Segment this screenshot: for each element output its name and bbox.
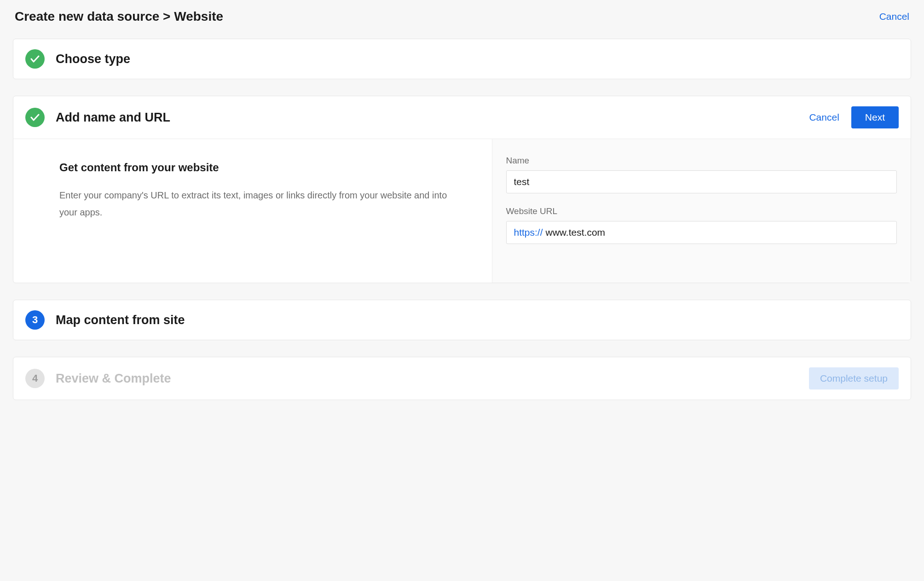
name-input[interactable] bbox=[506, 170, 897, 193]
url-label: Website URL bbox=[506, 206, 897, 216]
page-header: Create new data source > Website Cancel bbox=[13, 9, 911, 24]
step-title: Choose type bbox=[56, 52, 899, 66]
step-number-badge: 4 bbox=[25, 369, 45, 388]
name-label: Name bbox=[506, 156, 897, 166]
step-title: Map content from site bbox=[56, 313, 899, 327]
step-add-name-url: Add name and URL Cancel Next Get content… bbox=[13, 96, 911, 283]
step-number-badge: 3 bbox=[25, 310, 45, 330]
step-cancel-button[interactable]: Cancel bbox=[809, 112, 839, 123]
step-header: 4 Review & Complete Complete setup bbox=[13, 357, 911, 400]
url-input-wrapper[interactable]: https:// bbox=[506, 221, 897, 244]
step-title: Review & Complete bbox=[56, 372, 798, 386]
step-choose-type: Choose type bbox=[13, 39, 911, 79]
checkmark-icon bbox=[25, 49, 45, 69]
breadcrumb: Create new data source > Website bbox=[15, 9, 223, 24]
form-group-url: Website URL https:// bbox=[506, 206, 897, 244]
step-actions: Complete setup bbox=[809, 367, 899, 389]
step-header[interactable]: Choose type bbox=[13, 39, 911, 79]
step-title: Add name and URL bbox=[56, 110, 798, 125]
url-prefix: https:// bbox=[514, 227, 543, 238]
step-actions: Cancel Next bbox=[809, 106, 899, 128]
panel-heading: Get content from your website bbox=[59, 161, 450, 174]
step-description-panel: Get content from your website Enter your… bbox=[13, 139, 492, 283]
complete-setup-button: Complete setup bbox=[809, 367, 899, 389]
url-input[interactable] bbox=[546, 227, 889, 238]
step-map-content: 3 Map content from site bbox=[13, 300, 911, 340]
step-header[interactable]: 3 Map content from site bbox=[13, 300, 911, 340]
form-group-name: Name bbox=[506, 156, 897, 193]
step-body: Get content from your website Enter your… bbox=[13, 139, 911, 283]
step-review-complete: 4 Review & Complete Complete setup bbox=[13, 357, 911, 400]
next-button[interactable]: Next bbox=[851, 106, 899, 128]
cancel-button[interactable]: Cancel bbox=[879, 11, 909, 22]
step-header: Add name and URL Cancel Next bbox=[13, 96, 911, 139]
panel-description: Enter your company's URL to extract its … bbox=[59, 187, 450, 221]
checkmark-icon bbox=[25, 108, 45, 127]
step-form-panel: Name Website URL https:// bbox=[492, 139, 911, 283]
